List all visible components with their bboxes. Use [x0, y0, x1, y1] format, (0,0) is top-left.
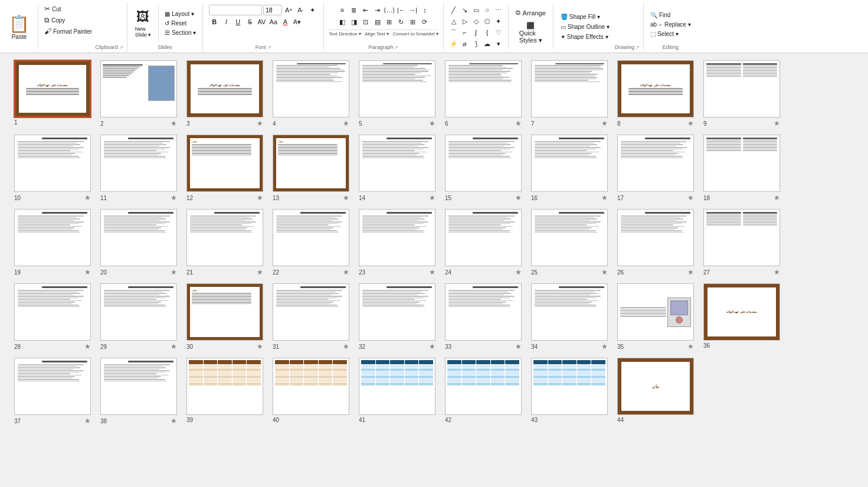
- slide-cell-20[interactable]: 20★: [98, 209, 179, 276]
- slide-cell-28[interactable]: 28★: [12, 283, 93, 351]
- slide-star-11[interactable]: ★: [171, 194, 177, 202]
- slide-star-34[interactable]: ★: [601, 342, 608, 351]
- star-shape-btn[interactable]: ✦: [493, 16, 504, 27]
- slide-thumb-7[interactable]: [531, 60, 608, 117]
- font-color-button[interactable]: A: [280, 17, 290, 27]
- slide-star-16[interactable]: ★: [601, 194, 608, 202]
- slide-cell-8[interactable]: مقدمات على عهد الوالد8★: [615, 60, 696, 128]
- slide-thumb-19[interactable]: [14, 209, 91, 266]
- slide-thumb-15[interactable]: [445, 135, 522, 192]
- slide-thumb-41[interactable]: [359, 358, 435, 415]
- increase-font-button[interactable]: A+: [283, 5, 294, 15]
- slide-thumb-6[interactable]: [445, 60, 522, 117]
- copy-button[interactable]: ⧉ Copy: [41, 15, 95, 25]
- slide-thumb-38[interactable]: [100, 358, 177, 415]
- slide-thumb-14[interactable]: [359, 135, 435, 192]
- slide-thumb-35[interactable]: [617, 283, 694, 341]
- scroll-shape-btn[interactable]: ⌀: [460, 38, 470, 49]
- slide-cell-29[interactable]: 29★: [98, 283, 179, 351]
- bracket-shape-btn[interactable]: ⌐: [460, 27, 470, 38]
- paste-button[interactable]: 📋 Paste: [4, 4, 35, 50]
- slide-cell-17[interactable]: 17★: [615, 135, 696, 202]
- arrow-shape-btn[interactable]: ↘: [460, 5, 470, 15]
- shape-outline-button[interactable]: ▭ Shape Outline ▾: [558, 22, 612, 31]
- ribbon-shape-btn[interactable]: ⟆: [471, 38, 482, 49]
- slide-star-30[interactable]: ★: [257, 342, 263, 351]
- slide-cell-16[interactable]: 16★: [529, 135, 610, 202]
- new-slide-button[interactable]: 🖼 NewSlide ▾: [131, 7, 156, 40]
- quick-styles-button[interactable]: ⬛ QuickStyles ▾: [513, 19, 549, 47]
- slide-star-10[interactable]: ★: [84, 194, 91, 202]
- callout-shape-btn[interactable]: ⌒: [448, 27, 459, 38]
- slide-star-22[interactable]: ★: [343, 268, 349, 276]
- slide-thumb-28[interactable]: [14, 283, 91, 341]
- slide-cell-34[interactable]: 34★: [529, 283, 610, 351]
- slide-cell-11[interactable]: 11★: [98, 135, 179, 202]
- slide-thumb-18[interactable]: [703, 135, 780, 192]
- slide-cell-40[interactable]: 40: [270, 358, 352, 423]
- slide-cell-7[interactable]: 7★: [529, 60, 610, 128]
- cut-button[interactable]: ✂ Cut: [41, 4, 95, 14]
- slide-thumb-23[interactable]: [359, 209, 435, 266]
- slide-thumb-32[interactable]: [359, 283, 435, 341]
- slide-thumb-9[interactable]: [703, 60, 780, 117]
- slide-thumb-37[interactable]: [14, 358, 91, 415]
- slide-star-32[interactable]: ★: [429, 342, 435, 351]
- slide-cell-36[interactable]: مقدمات على عهد الوالد36: [701, 283, 782, 349]
- paragraph-expand-icon[interactable]: ↗: [394, 45, 398, 50]
- slide-cell-15[interactable]: 15★: [443, 135, 524, 202]
- slide-thumb-13[interactable]: عنوان: [273, 135, 349, 192]
- rtri-shape-btn[interactable]: ▷: [460, 16, 470, 27]
- slide-star-2[interactable]: ★: [171, 119, 177, 128]
- slide-cell-3[interactable]: مقدمات على عهد الوالد3★: [184, 60, 266, 128]
- slide-star-23[interactable]: ★: [429, 268, 435, 276]
- slide-cell-33[interactable]: 33★: [443, 283, 524, 351]
- bullet-list-button[interactable]: ≡: [337, 5, 348, 15]
- shapes-scroll-btn[interactable]: ▾: [493, 38, 504, 49]
- slide-star-6[interactable]: ★: [515, 119, 522, 128]
- slide-thumb-40[interactable]: [273, 358, 349, 415]
- pentagon-shape-btn[interactable]: ⬠: [482, 16, 493, 27]
- slide-star-25[interactable]: ★: [601, 268, 608, 276]
- slide-cell-14[interactable]: 14★: [356, 135, 438, 202]
- strikethrough-button[interactable]: S̶: [244, 17, 255, 27]
- slide-cell-19[interactable]: 19★: [12, 209, 93, 276]
- slide-cell-31[interactable]: 31★: [270, 283, 352, 351]
- char-spacing-button[interactable]: AV: [256, 17, 267, 27]
- slide-star-29[interactable]: ★: [171, 342, 177, 351]
- slide-cell-27[interactable]: 27★: [701, 209, 782, 276]
- clear-format-button[interactable]: ✦: [307, 5, 317, 15]
- replace-button[interactable]: ab→ Replace ▾: [647, 20, 694, 29]
- slide-thumb-42[interactable]: [445, 358, 522, 415]
- rect-shape-btn[interactable]: ▭: [471, 5, 482, 15]
- slide-star-38[interactable]: ★: [171, 417, 177, 425]
- slide-star-18[interactable]: ★: [774, 194, 780, 202]
- slide-thumb-44[interactable]: بيان: [617, 358, 694, 415]
- slide-thumb-43[interactable]: [531, 358, 608, 415]
- slide-thumb-3[interactable]: مقدمات على عهد الوالد: [186, 60, 263, 117]
- slide-star-31[interactable]: ★: [343, 342, 349, 351]
- slide-cell-35[interactable]: 35★: [615, 283, 696, 351]
- slide-star-5[interactable]: ★: [429, 119, 435, 128]
- lightning-shape-btn[interactable]: ⚡: [448, 38, 459, 49]
- slide-cell-38[interactable]: 38★: [98, 358, 179, 425]
- justify-button[interactable]: ▤: [372, 17, 383, 27]
- ltr-button[interactable]: →|: [408, 5, 418, 15]
- slide-thumb-10[interactable]: [14, 135, 91, 192]
- slide-cell-41[interactable]: 41: [356, 358, 438, 423]
- slide-thumb-34[interactable]: [531, 283, 608, 341]
- slide-star-15[interactable]: ★: [515, 194, 522, 202]
- shape-effects-button[interactable]: ✦ Shape Effects ▾: [558, 32, 612, 41]
- reset-button[interactable]: ↺ Reset: [162, 19, 199, 28]
- slide-cell-12[interactable]: عنوان12★: [184, 135, 266, 202]
- slide-star-17[interactable]: ★: [687, 194, 694, 202]
- slide-thumb-20[interactable]: [100, 209, 177, 266]
- slide-thumb-29[interactable]: [100, 283, 177, 341]
- diamond-shape-btn[interactable]: ◇: [471, 16, 482, 27]
- slide-cell-4[interactable]: 4★: [270, 60, 352, 128]
- slide-thumb-4[interactable]: [273, 60, 349, 117]
- slide-thumb-39[interactable]: [186, 358, 263, 415]
- select-button[interactable]: ⬚ Select ▾: [647, 30, 694, 38]
- slide-thumb-2[interactable]: [100, 60, 177, 117]
- slide-cell-30[interactable]: عنوان30★: [184, 283, 266, 351]
